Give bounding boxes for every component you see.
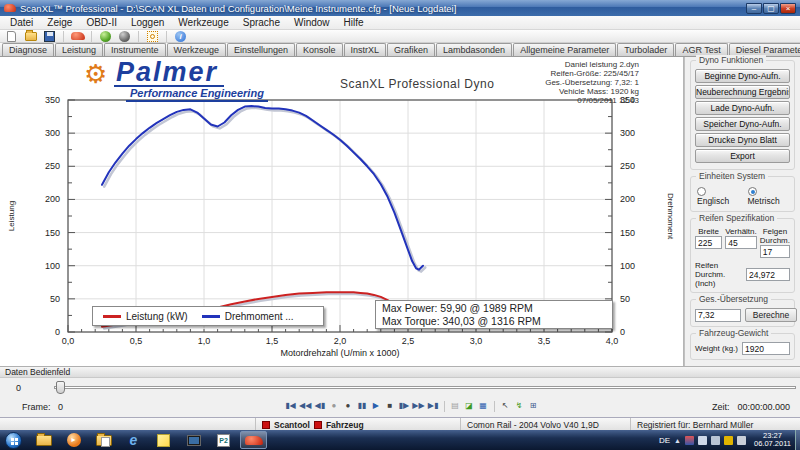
tab-leistung[interactable]: Leistung (55, 43, 103, 56)
speicher-dyno-button[interactable]: Speicher Dyno-Aufn. (695, 117, 790, 131)
export-button[interactable]: Export (695, 149, 790, 163)
taskbar-documents[interactable] (90, 431, 117, 449)
tab-grafiken[interactable]: Grafiken (387, 43, 435, 56)
playbar-separator (494, 401, 495, 412)
record-icon[interactable]: ● (341, 400, 354, 413)
menu-hilfe[interactable]: Hilfe (338, 16, 370, 29)
pointer-icon[interactable]: ↖ (499, 400, 512, 413)
maximize-button[interactable]: ▢ (763, 3, 779, 14)
menu-datei[interactable]: Datei (4, 16, 39, 29)
tray-warning-icon[interactable] (724, 436, 733, 445)
save-log-icon[interactable]: ▦ (477, 400, 490, 413)
beginne-dyno-button[interactable]: Beginne Dyno-Aufn. (695, 69, 790, 83)
felgen-field[interactable] (760, 245, 790, 258)
uebersetzung-field[interactable] (695, 309, 741, 322)
tab-turbolader[interactable]: Turbolader (617, 43, 674, 56)
breite-field[interactable] (695, 236, 722, 249)
menu-obd[interactable]: OBD-II (80, 16, 123, 29)
tab-einstellungen[interactable]: Einstellungen (227, 43, 295, 56)
group-label: Dyno Funktionen (696, 55, 766, 65)
save-button[interactable] (42, 30, 57, 42)
skip-start-icon[interactable]: ▮◀ (284, 400, 297, 413)
drehmoment-swatch (202, 315, 220, 318)
info-button[interactable]: i (173, 30, 188, 42)
fahrzeug-label: Fahrzeug (326, 420, 364, 430)
vehicle-icon (71, 32, 85, 40)
skip-end-icon[interactable]: ▶▮ (427, 400, 440, 413)
start-button[interactable] (5, 432, 22, 449)
play-icon[interactable]: ▶ (369, 400, 382, 413)
taskbar-sticky-notes[interactable] (150, 431, 177, 449)
pause-icon[interactable]: ▮▮ (355, 400, 368, 413)
menu-werkzeuge[interactable]: Werkzeuge (172, 16, 234, 29)
disconnect-button[interactable] (117, 30, 132, 42)
svg-text:Motordrehzahl (U/min x 1000): Motordrehzahl (U/min x 1000) (280, 348, 399, 358)
close-button[interactable]: × (780, 3, 796, 14)
tab-instrumente[interactable]: Instrumente (104, 43, 166, 56)
record-off-icon[interactable]: ● (327, 400, 340, 413)
neuberechnung-button[interactable]: Neuberechnung Ergebnisse (695, 85, 790, 99)
step-forward-icon[interactable]: ▮▶ (397, 400, 410, 413)
group-reifen-spezifikation: Reifen Spezifikation Breite Verhältn. Fe… (690, 218, 795, 293)
group-dyno-funktionen: Dyno Funktionen Beginne Dyno-Aufn. Neube… (690, 60, 795, 170)
new-log-icon[interactable]: ▤ (449, 400, 462, 413)
tab-diagnose[interactable]: Diagnose (2, 43, 54, 56)
menu-window[interactable]: Window (288, 16, 336, 29)
playbar-separator (444, 401, 445, 412)
verhaeltnis-field[interactable] (725, 236, 757, 249)
new-file-button[interactable] (4, 30, 19, 42)
berechne-button[interactable]: Berechne (745, 308, 797, 322)
connect-button[interactable] (98, 30, 113, 42)
step-back-icon[interactable]: ◀▮ (313, 400, 326, 413)
menu-sprache[interactable]: Sprache (237, 16, 286, 29)
open-file-button[interactable] (23, 30, 38, 42)
tray-app-icon[interactable] (685, 436, 694, 445)
taskbar-monitor-app[interactable] (180, 431, 207, 449)
window-title: ScanXL™ Professional - D:\SCAN XL Daten … (20, 3, 746, 14)
tab-konsole[interactable]: Konsole (296, 43, 343, 56)
tray-device-icon[interactable] (711, 436, 720, 445)
taskbar-explorer[interactable] (30, 431, 57, 449)
internet-explorer-icon: e (130, 433, 138, 447)
minimize-button[interactable]: – (746, 3, 762, 14)
frame-slider-track[interactable] (54, 386, 796, 389)
reifen-durchmesser-field[interactable] (746, 268, 790, 281)
open-log-icon[interactable]: ◪ (463, 400, 476, 413)
svg-text:150: 150 (45, 228, 60, 238)
taskbar-clock[interactable]: 23:27 06.07.2011 (754, 432, 791, 448)
lade-dyno-button[interactable]: Lade Dyno-Aufn. (695, 101, 790, 115)
group-label: Einheiten System (696, 171, 768, 181)
drucke-dyno-button[interactable]: Drucke Dyno Blatt (695, 133, 790, 147)
tab-allgemeine-parameter[interactable]: Allgemeine Parameter (513, 43, 616, 56)
tray-flag-icon[interactable] (698, 436, 707, 445)
radio-englisch[interactable]: Englisch (697, 186, 738, 206)
tab-instrxl[interactable]: InstrXL (344, 43, 387, 56)
taskbar-media-player[interactable]: ▸ (60, 431, 87, 449)
rewind-icon[interactable]: ◀◀ (298, 400, 312, 413)
weight-field[interactable] (742, 342, 790, 355)
dashboard-button[interactable] (145, 30, 160, 42)
felgen-label: Felgen Durchm. (760, 227, 790, 245)
radio-metrisch[interactable]: Metrisch (748, 186, 789, 206)
tray-expand-icon[interactable]: ▲ (674, 437, 681, 444)
svg-text:100: 100 (620, 261, 635, 271)
taskbar-internet-explorer[interactable]: e (120, 431, 147, 449)
fast-forward-icon[interactable]: ▶▶ (411, 400, 425, 413)
frame-slider-handle[interactable] (56, 381, 65, 394)
stop-icon[interactable]: ■ (383, 400, 396, 413)
tray-volume-icon[interactable] (737, 436, 746, 445)
taskbar-scanxl-active[interactable] (240, 431, 267, 449)
vehicle-button[interactable] (70, 30, 85, 42)
live-data-icon[interactable]: ↯ (513, 400, 526, 413)
logo-subtitle: Performance Engineering (126, 87, 268, 102)
tab-werkzeuge[interactable]: Werkzeuge (167, 43, 226, 56)
language-indicator[interactable]: DE (659, 436, 670, 445)
show-desktop-button[interactable] (795, 430, 800, 450)
grid-view-icon[interactable]: ⊞ (527, 400, 540, 413)
taskbar-publisher[interactable]: P2 (210, 431, 237, 449)
scantool-status-icon (262, 421, 270, 429)
menu-zeige[interactable]: Zeige (41, 16, 78, 29)
menu-loggen[interactable]: Loggen (125, 16, 170, 29)
tab-lambdasonden[interactable]: Lambdasonden (436, 43, 512, 56)
group-label: Ges.-Übersetzung (696, 294, 771, 304)
